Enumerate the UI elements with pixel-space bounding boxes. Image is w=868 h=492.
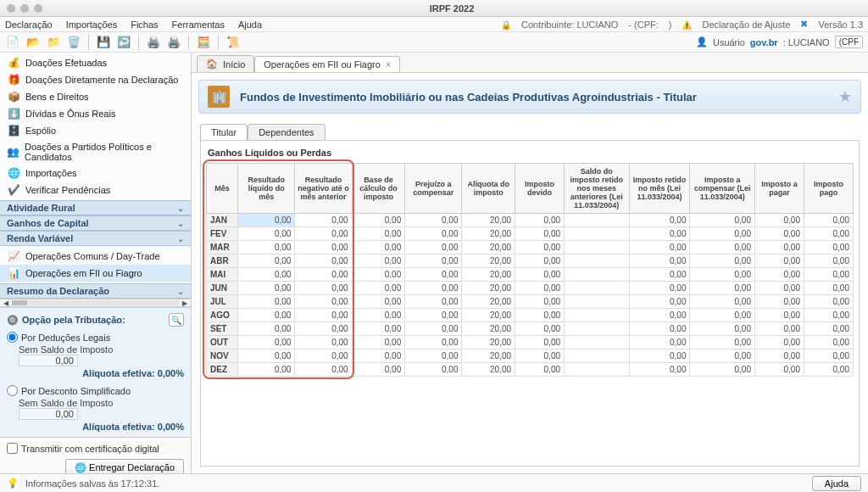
tab-inicio[interactable]: 🏠 Início: [197, 55, 254, 72]
data-cell[interactable]: 0,00: [352, 241, 405, 254]
data-cell[interactable]: [565, 282, 630, 295]
tb-receipt-icon[interactable]: 📜: [225, 35, 241, 50]
data-cell[interactable]: 0,00: [629, 282, 690, 295]
inner-tab-titular[interactable]: Titular: [200, 124, 248, 140]
menu-ferramentas[interactable]: Ferramentas: [172, 20, 225, 30]
data-cell[interactable]: 0,00: [804, 336, 853, 349]
data-cell[interactable]: 0,00: [690, 268, 755, 282]
data-cell[interactable]: 0,00: [295, 363, 352, 377]
sidebar-ficha-5[interactable]: 👥Doações a Partidos Políticos e Candidat…: [0, 139, 191, 165]
data-cell[interactable]: 20,00: [462, 282, 515, 295]
data-cell[interactable]: 0,00: [804, 295, 853, 309]
data-cell[interactable]: 0,00: [295, 349, 352, 363]
data-cell[interactable]: 0,00: [238, 227, 295, 241]
data-cell[interactable]: 0,00: [515, 295, 565, 309]
data-cell[interactable]: 0,00: [754, 309, 804, 322]
favorite-icon[interactable]: ★: [838, 87, 852, 106]
data-cell[interactable]: 0,00: [238, 282, 295, 295]
data-cell[interactable]: 0,00: [515, 336, 565, 349]
tax-search-button[interactable]: 🔍: [169, 313, 184, 327]
data-cell[interactable]: 0,00: [515, 227, 565, 241]
data-cell[interactable]: 0,00: [238, 268, 295, 282]
data-cell[interactable]: 0,00: [238, 214, 295, 227]
data-cell[interactable]: 0,00: [352, 254, 405, 268]
sidebar-ficha-4[interactable]: 🗄️Espólio: [0, 122, 191, 139]
data-cell[interactable]: 20,00: [462, 241, 515, 254]
data-cell[interactable]: 0,00: [804, 363, 853, 377]
data-cell[interactable]: 0,00: [804, 268, 853, 282]
table-row[interactable]: MAR0,000,000,000,0020,000,000,000,000,00…: [207, 241, 854, 254]
data-cell[interactable]: 0,00: [804, 309, 853, 322]
data-cell[interactable]: [565, 254, 630, 268]
data-cell[interactable]: 0,00: [629, 309, 690, 322]
section-resumo[interactable]: Resumo da Declaração: [0, 283, 191, 299]
data-cell[interactable]: 0,00: [629, 227, 690, 241]
traffic-light-close[interactable]: [7, 4, 15, 13]
data-cell[interactable]: 0,00: [629, 214, 690, 227]
data-cell[interactable]: 0,00: [629, 349, 690, 363]
data-cell[interactable]: 0,00: [405, 254, 462, 268]
sidebar-ficha-1[interactable]: 🎁Doações Diretamente na Declaração: [0, 71, 191, 88]
data-cell[interactable]: 20,00: [462, 295, 515, 309]
data-cell[interactable]: 0,00: [629, 295, 690, 309]
data-cell[interactable]: 0,00: [405, 227, 462, 241]
table-row[interactable]: SET0,000,000,000,0020,000,000,000,000,00…: [207, 322, 854, 336]
data-cell[interactable]: 0,00: [238, 254, 295, 268]
data-cell[interactable]: 0,00: [515, 282, 565, 295]
data-cell[interactable]: 0,00: [690, 214, 755, 227]
data-cell[interactable]: 20,00: [462, 309, 515, 322]
data-cell[interactable]: 20,00: [462, 227, 515, 241]
data-cell[interactable]: 0,00: [629, 241, 690, 254]
table-row[interactable]: JAN0,000,000,000,0020,000,000,000,000,00…: [207, 214, 854, 227]
data-cell[interactable]: 0,00: [754, 214, 804, 227]
data-cell[interactable]: 0,00: [295, 295, 352, 309]
data-cell[interactable]: 0,00: [754, 363, 804, 377]
data-cell[interactable]: 20,00: [462, 268, 515, 282]
data-cell[interactable]: 0,00: [352, 295, 405, 309]
data-cell[interactable]: 20,00: [462, 322, 515, 336]
sidebar-ficha-3[interactable]: ⬇️Dívidas e Ônus Reais: [0, 105, 191, 122]
data-cell[interactable]: 0,00: [754, 322, 804, 336]
data-cell[interactable]: 0,00: [352, 227, 405, 241]
data-cell[interactable]: 0,00: [515, 322, 565, 336]
data-cell[interactable]: 0,00: [804, 241, 853, 254]
data-cell[interactable]: 0,00: [295, 241, 352, 254]
tb-calc-icon[interactable]: 🧮: [196, 35, 211, 50]
table-row[interactable]: MAI0,000,000,000,0020,000,000,000,000,00…: [207, 268, 854, 282]
data-cell[interactable]: 0,00: [352, 268, 405, 282]
data-cell[interactable]: 0,00: [405, 295, 462, 309]
data-cell[interactable]: 0,00: [515, 309, 565, 322]
data-cell[interactable]: 0,00: [295, 322, 352, 336]
help-button[interactable]: Ajuda: [812, 476, 861, 491]
table-row[interactable]: NOV0,000,000,000,0020,000,000,000,000,00…: [207, 349, 854, 363]
data-cell[interactable]: 0,00: [352, 363, 405, 377]
data-cell[interactable]: 0,00: [238, 336, 295, 349]
data-cell[interactable]: [565, 336, 630, 349]
gains-table[interactable]: MêsResultado líquido do mêsResultado neg…: [206, 163, 854, 377]
data-cell[interactable]: 0,00: [405, 309, 462, 322]
data-cell[interactable]: [565, 295, 630, 309]
data-cell[interactable]: 0,00: [352, 322, 405, 336]
data-cell[interactable]: 0,00: [754, 268, 804, 282]
data-cell[interactable]: 0,00: [804, 227, 853, 241]
data-cell[interactable]: 0,00: [295, 227, 352, 241]
data-cell[interactable]: 0,00: [405, 241, 462, 254]
data-cell[interactable]: 20,00: [462, 336, 515, 349]
data-cell[interactable]: 0,00: [352, 214, 405, 227]
data-cell[interactable]: 0,00: [515, 268, 565, 282]
tb-restore-icon[interactable]: ↩️: [116, 35, 131, 50]
sidebar-hscroll[interactable]: ◀ ▶: [0, 299, 191, 307]
tb-print2-icon[interactable]: 🖨️: [166, 35, 181, 50]
data-cell[interactable]: 0,00: [690, 363, 755, 377]
data-cell[interactable]: 0,00: [295, 214, 352, 227]
data-cell[interactable]: 0,00: [754, 349, 804, 363]
data-cell[interactable]: 20,00: [462, 254, 515, 268]
data-cell[interactable]: 0,00: [405, 322, 462, 336]
data-cell[interactable]: 0,00: [804, 254, 853, 268]
data-cell[interactable]: 0,00: [690, 322, 755, 336]
data-cell[interactable]: [565, 241, 630, 254]
data-cell[interactable]: 0,00: [238, 363, 295, 377]
data-cell[interactable]: 0,00: [754, 254, 804, 268]
table-row[interactable]: JUN0,000,000,000,0020,000,000,000,000,00…: [207, 282, 854, 295]
data-cell[interactable]: 0,00: [405, 268, 462, 282]
